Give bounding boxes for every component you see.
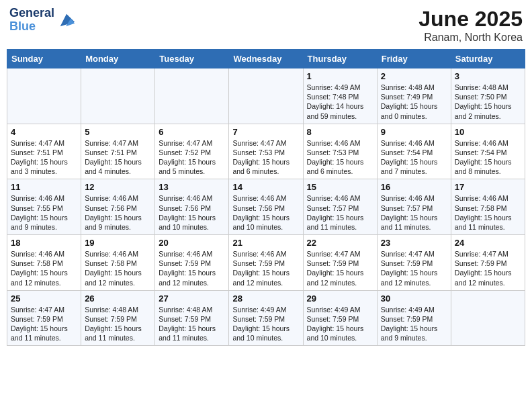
day-info: Sunrise: 4:48 AMSunset: 7:50 PMDaylight:… [455, 83, 521, 121]
day-info: Sunrise: 4:47 AMSunset: 7:59 PMDaylight:… [11, 305, 77, 343]
title-block: June 2025 Ranam, North Korea [418, 7, 523, 44]
calendar-day-cell [7, 68, 81, 124]
calendar-day-cell: 19Sunrise: 4:46 AMSunset: 7:58 PMDayligh… [81, 235, 155, 291]
day-number: 9 [381, 127, 447, 137]
logo-blue: Blue [9, 19, 36, 33]
day-info: Sunrise: 4:47 AMSunset: 7:51 PMDaylight:… [11, 138, 77, 177]
day-number: 21 [232, 238, 299, 248]
day-info: Sunrise: 4:49 AMSunset: 7:48 PMDaylight:… [307, 83, 373, 121]
day-number: 3 [455, 71, 521, 81]
day-number: 14 [232, 182, 299, 192]
day-info: Sunrise: 4:46 AMSunset: 7:57 PMDaylight:… [381, 193, 447, 232]
day-number: 24 [455, 238, 521, 248]
day-info: Sunrise: 4:47 AMSunset: 7:59 PMDaylight:… [307, 249, 373, 287]
day-number: 26 [85, 293, 151, 304]
day-number: 13 [159, 182, 225, 192]
calendar-week-row: 4Sunrise: 4:47 AMSunset: 7:51 PMDaylight… [7, 124, 525, 179]
logo: GeneralBlue [9, 7, 76, 34]
day-number: 11 [11, 182, 77, 192]
calendar-day-cell: 4Sunrise: 4:47 AMSunset: 7:51 PMDaylight… [7, 124, 81, 179]
day-info: Sunrise: 4:47 AMSunset: 7:51 PMDaylight:… [85, 138, 151, 177]
calendar-day-cell [451, 290, 525, 346]
day-info: Sunrise: 4:46 AMSunset: 7:58 PMDaylight:… [85, 249, 151, 287]
day-number: 17 [455, 182, 521, 192]
day-number: 10 [455, 127, 521, 137]
day-number: 2 [381, 71, 447, 81]
calendar-day-cell: 14Sunrise: 4:46 AMSunset: 7:56 PMDayligh… [229, 179, 303, 235]
day-number: 8 [307, 127, 373, 137]
day-info: Sunrise: 4:46 AMSunset: 7:53 PMDaylight:… [307, 138, 373, 177]
day-info: Sunrise: 4:46 AMSunset: 7:55 PMDaylight:… [11, 193, 77, 232]
calendar-day-cell: 10Sunrise: 4:46 AMSunset: 7:54 PMDayligh… [451, 124, 525, 179]
day-number: 30 [381, 293, 447, 304]
calendar-day-cell: 6Sunrise: 4:47 AMSunset: 7:52 PMDaylight… [155, 124, 229, 179]
day-info: Sunrise: 4:47 AMSunset: 7:53 PMDaylight:… [232, 138, 299, 177]
calendar-day-cell: 16Sunrise: 4:46 AMSunset: 7:57 PMDayligh… [377, 179, 451, 235]
day-number: 25 [11, 293, 77, 304]
day-number: 7 [232, 127, 299, 137]
col-header-tuesday: Tuesday [155, 50, 229, 68]
day-info: Sunrise: 4:47 AMSunset: 7:52 PMDaylight:… [159, 138, 225, 177]
day-number: 1 [307, 71, 373, 81]
calendar-day-cell [81, 68, 155, 124]
calendar-day-cell: 18Sunrise: 4:46 AMSunset: 7:58 PMDayligh… [7, 235, 81, 291]
calendar-week-row: 11Sunrise: 4:46 AMSunset: 7:55 PMDayligh… [7, 179, 525, 235]
calendar-day-cell: 20Sunrise: 4:46 AMSunset: 7:59 PMDayligh… [155, 235, 229, 291]
calendar-day-cell: 21Sunrise: 4:46 AMSunset: 7:59 PMDayligh… [229, 235, 303, 291]
day-info: Sunrise: 4:46 AMSunset: 7:54 PMDaylight:… [381, 138, 447, 177]
calendar-day-cell: 7Sunrise: 4:47 AMSunset: 7:53 PMDaylight… [229, 124, 303, 179]
calendar-day-cell: 17Sunrise: 4:46 AMSunset: 7:58 PMDayligh… [451, 179, 525, 235]
calendar-day-cell: 12Sunrise: 4:46 AMSunset: 7:56 PMDayligh… [81, 179, 155, 235]
main-title: June 2025 [418, 7, 523, 32]
calendar-day-cell: 5Sunrise: 4:47 AMSunset: 7:51 PMDaylight… [81, 124, 155, 179]
day-number: 22 [307, 238, 373, 248]
calendar-day-cell [229, 68, 303, 124]
calendar-day-cell: 3Sunrise: 4:48 AMSunset: 7:50 PMDaylight… [451, 68, 525, 124]
day-info: Sunrise: 4:46 AMSunset: 7:59 PMDaylight:… [159, 249, 225, 287]
calendar-day-cell: 11Sunrise: 4:46 AMSunset: 7:55 PMDayligh… [7, 179, 81, 235]
page-header: GeneralBlue June 2025 Ranam, North Korea [7, 7, 525, 44]
calendar-day-cell: 13Sunrise: 4:46 AMSunset: 7:56 PMDayligh… [155, 179, 229, 235]
day-info: Sunrise: 4:46 AMSunset: 7:56 PMDaylight:… [159, 193, 225, 232]
day-info: Sunrise: 4:46 AMSunset: 7:56 PMDaylight:… [232, 193, 299, 232]
day-info: Sunrise: 4:46 AMSunset: 7:57 PMDaylight:… [307, 193, 373, 232]
calendar-table: SundayMondayTuesdayWednesdayThursdayFrid… [7, 49, 525, 346]
calendar-day-cell: 25Sunrise: 4:47 AMSunset: 7:59 PMDayligh… [7, 290, 81, 346]
day-info: Sunrise: 4:49 AMSunset: 7:59 PMDaylight:… [307, 305, 373, 343]
day-number: 19 [85, 238, 151, 248]
calendar-day-cell: 2Sunrise: 4:48 AMSunset: 7:49 PMDaylight… [377, 68, 451, 124]
calendar-day-cell: 30Sunrise: 4:49 AMSunset: 7:59 PMDayligh… [377, 290, 451, 346]
calendar-day-cell: 27Sunrise: 4:48 AMSunset: 7:59 PMDayligh… [155, 290, 229, 346]
day-number: 27 [159, 293, 225, 304]
calendar-week-row: 18Sunrise: 4:46 AMSunset: 7:58 PMDayligh… [7, 235, 525, 291]
day-info: Sunrise: 4:47 AMSunset: 7:59 PMDaylight:… [455, 249, 521, 287]
day-number: 18 [11, 238, 77, 248]
calendar-day-cell: 9Sunrise: 4:46 AMSunset: 7:54 PMDaylight… [377, 124, 451, 179]
day-number: 16 [381, 182, 447, 192]
day-number: 15 [307, 182, 373, 192]
day-number: 6 [159, 127, 225, 137]
day-number: 20 [159, 238, 225, 248]
location-subtitle: Ranam, North Korea [418, 32, 523, 44]
calendar-day-cell: 24Sunrise: 4:47 AMSunset: 7:59 PMDayligh… [451, 235, 525, 291]
calendar-week-row: 25Sunrise: 4:47 AMSunset: 7:59 PMDayligh… [7, 290, 525, 346]
calendar-day-cell: 8Sunrise: 4:46 AMSunset: 7:53 PMDaylight… [303, 124, 377, 179]
day-info: Sunrise: 4:47 AMSunset: 7:59 PMDaylight:… [381, 249, 447, 287]
day-info: Sunrise: 4:49 AMSunset: 7:59 PMDaylight:… [232, 305, 299, 343]
day-number: 28 [232, 293, 299, 304]
day-info: Sunrise: 4:46 AMSunset: 7:59 PMDaylight:… [232, 249, 299, 287]
day-info: Sunrise: 4:46 AMSunset: 7:58 PMDaylight:… [455, 193, 521, 232]
calendar-day-cell: 26Sunrise: 4:48 AMSunset: 7:59 PMDayligh… [81, 290, 155, 346]
day-info: Sunrise: 4:46 AMSunset: 7:54 PMDaylight:… [455, 138, 521, 177]
calendar-week-row: 1Sunrise: 4:49 AMSunset: 7:48 PMDaylight… [7, 68, 525, 124]
day-info: Sunrise: 4:48 AMSunset: 7:59 PMDaylight:… [159, 305, 225, 343]
calendar-day-cell: 23Sunrise: 4:47 AMSunset: 7:59 PMDayligh… [377, 235, 451, 291]
calendar-day-cell: 15Sunrise: 4:46 AMSunset: 7:57 PMDayligh… [303, 179, 377, 235]
col-header-thursday: Thursday [303, 50, 377, 68]
day-number: 29 [307, 293, 373, 304]
col-header-friday: Friday [377, 50, 451, 68]
calendar-day-cell: 1Sunrise: 4:49 AMSunset: 7:48 PMDaylight… [303, 68, 377, 124]
col-header-wednesday: Wednesday [229, 50, 303, 68]
day-info: Sunrise: 4:48 AMSunset: 7:49 PMDaylight:… [381, 83, 447, 121]
col-header-sunday: Sunday [7, 50, 81, 68]
